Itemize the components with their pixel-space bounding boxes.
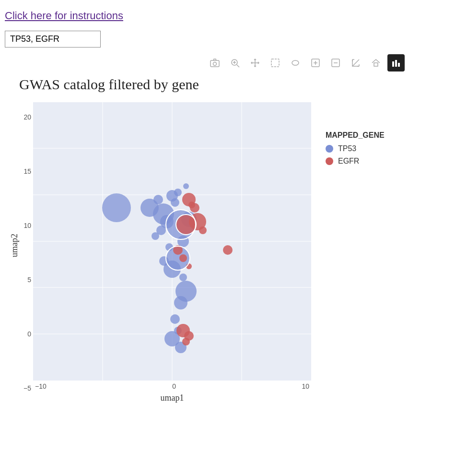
chart-type-icon[interactable]	[387, 54, 405, 71]
svg-line-3	[237, 65, 239, 67]
x-axis-ticks: −10 0 10	[33, 382, 311, 390]
svg-point-60	[223, 245, 233, 255]
legend-item-egfr: EGFR	[326, 157, 385, 166]
svg-point-44	[174, 296, 187, 309]
svg-rect-15	[392, 61, 394, 67]
gene-input[interactable]	[5, 31, 101, 48]
svg-point-56	[199, 226, 207, 234]
svg-rect-16	[395, 60, 397, 67]
svg-point-58	[179, 254, 187, 262]
svg-point-34	[152, 232, 159, 240]
svg-rect-14	[374, 63, 378, 66]
y-axis-ticks: 20 15 10 5 0 −5	[23, 114, 31, 392]
chart-area: umap2 20 15 10 5 0 −5	[10, 102, 462, 403]
svg-point-7	[292, 60, 299, 65]
svg-point-45	[102, 193, 131, 222]
legend-color-tp53	[326, 145, 333, 153]
home-icon[interactable]	[367, 54, 385, 71]
zoom-in-icon[interactable]	[307, 54, 324, 71]
svg-point-1	[213, 62, 217, 66]
legend-label-tp53: TP53	[338, 144, 356, 153]
svg-rect-6	[271, 59, 279, 67]
lasso-icon[interactable]	[287, 54, 304, 71]
svg-point-46	[170, 314, 180, 324]
svg-point-29	[183, 183, 189, 189]
zoom-icon[interactable]	[226, 54, 244, 71]
autoscale-icon[interactable]	[347, 54, 364, 71]
toolbar	[206, 54, 462, 71]
legend-title: MAPPED_GENE	[326, 131, 385, 140]
svg-point-42	[179, 274, 187, 281]
chart-title: GWAS catalog filtered by gene	[19, 76, 462, 93]
chart-legend: MAPPED_GENE TP53 EGFR	[326, 131, 385, 169]
y-axis-label: umap2	[10, 234, 20, 257]
zoom-out-icon[interactable]	[327, 54, 344, 71]
svg-point-27	[153, 195, 163, 204]
svg-point-53	[190, 203, 199, 213]
pan-icon[interactable]	[246, 54, 264, 71]
svg-rect-17	[398, 63, 400, 67]
svg-line-13	[352, 60, 359, 66]
scatter-plot[interactable]	[33, 102, 311, 381]
instructions-link[interactable]: Click here for instructions	[5, 10, 123, 22]
legend-item-tp53: TP53	[326, 144, 385, 153]
camera-icon[interactable]	[206, 54, 223, 71]
x-axis-label: umap1	[33, 393, 311, 403]
legend-color-egfr	[326, 157, 333, 165]
svg-point-63	[182, 338, 190, 345]
select-box-icon[interactable]	[267, 54, 284, 71]
svg-point-50	[171, 198, 179, 207]
legend-label-egfr: EGFR	[338, 157, 359, 166]
